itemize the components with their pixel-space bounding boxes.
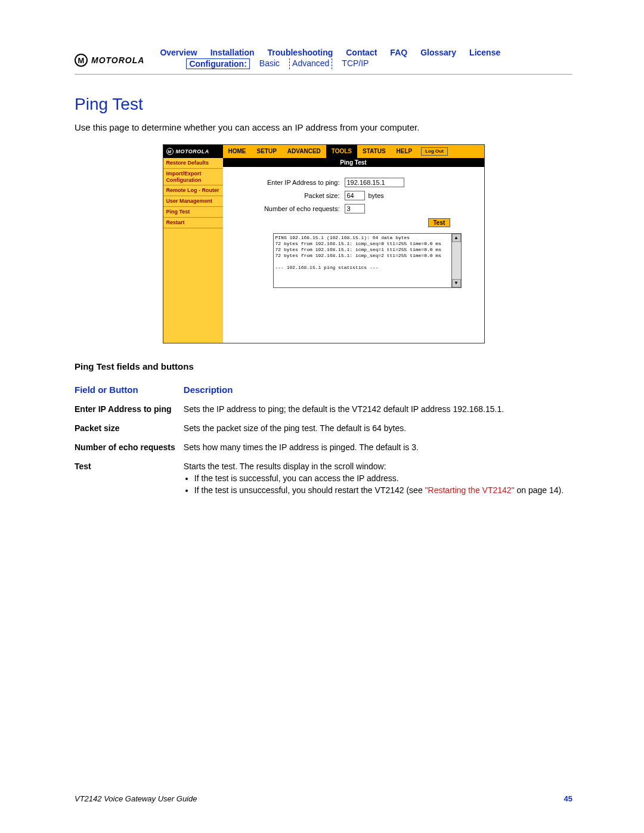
scrollbar[interactable]: ▲ ▼ — [452, 233, 462, 288]
col-field: Field or Button — [75, 381, 184, 401]
nav-primary: Overview Installation Troubleshooting Co… — [160, 48, 572, 57]
scroll-down-icon[interactable]: ▼ — [452, 279, 461, 287]
motorola-icon: M — [75, 54, 88, 67]
nav-tcpip[interactable]: TCP/IP — [342, 58, 369, 69]
field-name: Number of echo requests — [75, 439, 184, 458]
router-sidebar: Restore Defaults Import/Export Configura… — [163, 158, 223, 343]
table-row: Number of echo requests Sets how many ti… — [75, 439, 572, 458]
scroll-up-icon[interactable]: ▲ — [452, 234, 461, 242]
field-desc: Sets the IP address to ping; the default… — [184, 401, 572, 420]
sidebar-item-import-export[interactable]: Import/Export Configuration — [163, 169, 223, 186]
nav-glossary[interactable]: Glossary — [420, 48, 456, 57]
sidebar-item-ping-test[interactable]: Ping Test — [163, 207, 223, 218]
tab-status[interactable]: STATUS — [357, 145, 391, 158]
tab-tools[interactable]: TOOLS — [326, 145, 357, 158]
sidebar-item-restore-defaults[interactable]: Restore Defaults — [163, 158, 223, 169]
fields-table: Field or Button Description Enter IP Add… — [75, 381, 572, 503]
tab-setup[interactable]: SETUP — [252, 145, 282, 158]
router-banner: Ping Test — [223, 158, 484, 167]
nav-license[interactable]: License — [469, 48, 500, 57]
tab-home[interactable]: HOME — [223, 145, 252, 158]
section-heading: Ping Test fields and buttons — [75, 361, 572, 371]
field-name: Enter IP Address to ping — [75, 401, 184, 420]
nav-advanced[interactable]: Advanced — [289, 58, 332, 69]
col-description: Description — [184, 381, 572, 401]
field-desc: Sets how many times the IP address is pi… — [184, 439, 572, 458]
packet-size-label: Packet size: — [231, 192, 345, 199]
nav-configuration-label: Configuration: — [186, 58, 249, 69]
router-screenshot: M MOTOROLA HOME SETUP ADVANCED TOOLS STA… — [163, 144, 485, 343]
field-name: Test — [75, 458, 184, 503]
intro-text: Use this page to determine whether you c… — [75, 122, 572, 132]
sidebar-item-restart[interactable]: Restart — [163, 218, 223, 228]
echo-requests-input[interactable] — [345, 204, 365, 213]
restart-reference-link[interactable]: "Restarting the VT2142" — [425, 485, 515, 495]
table-row: Packet size Sets the packet size of the … — [75, 420, 572, 439]
packet-size-input[interactable] — [345, 191, 365, 200]
test-bullet-fail: If the test is unsuccessful, you should … — [194, 485, 564, 495]
brand-logo: M MOTOROLA — [75, 54, 144, 67]
field-desc: Starts the test. The results display in … — [184, 458, 572, 503]
nav-basic[interactable]: Basic — [259, 58, 280, 69]
nav-faq[interactable]: FAQ — [390, 48, 407, 57]
bytes-label: bytes — [369, 192, 384, 199]
field-desc: Sets the packet size of the ping test. T… — [184, 420, 572, 439]
nav-contact[interactable]: Contact — [346, 48, 377, 57]
sidebar-item-user-management[interactable]: User Management — [163, 196, 223, 207]
motorola-icon: M — [166, 148, 174, 155]
logout-button[interactable]: Log Out — [421, 147, 448, 156]
table-row: Test Starts the test. The results displa… — [75, 458, 572, 503]
field-name: Packet size — [75, 420, 184, 439]
ping-results-output: PING 192.168.15.1 (192.168.15.1): 64 dat… — [273, 233, 452, 288]
test-bullet-success: If the test is successful, you can acces… — [194, 473, 564, 483]
footer-guide-title: VT2142 Voice Gateway User Guide — [75, 794, 197, 803]
nav-installation[interactable]: Installation — [210, 48, 255, 57]
ip-input[interactable] — [345, 178, 404, 187]
page-title: Ping Test — [75, 95, 572, 114]
test-bullet-fail-b: on page 14). — [515, 485, 564, 495]
nav-overview[interactable]: Overview — [160, 48, 197, 57]
footer-page-number: 45 — [564, 794, 572, 803]
router-logo-text: MOTOROLA — [176, 148, 209, 154]
ip-label: Enter IP Address to ping: — [231, 179, 345, 186]
test-bullet-fail-a: If the test is unsuccessful, you should … — [194, 485, 425, 495]
test-button[interactable]: Test — [428, 218, 451, 227]
table-row: Enter IP Address to ping Sets the IP add… — [75, 401, 572, 420]
brand-text: MOTOROLA — [91, 55, 144, 65]
tab-help[interactable]: HELP — [391, 145, 418, 158]
sidebar-item-remote-log[interactable]: Remote Log - Router — [163, 185, 223, 196]
tab-advanced[interactable]: ADVANCED — [282, 145, 326, 158]
nav-secondary: Configuration: Basic Advanced TCP/IP — [186, 58, 572, 69]
nav-troubleshooting[interactable]: Troubleshooting — [268, 48, 333, 57]
test-desc-lead: Starts the test. The results display in … — [184, 462, 386, 471]
router-logo: M MOTOROLA — [163, 145, 223, 158]
echo-requests-label: Number of echo requests: — [231, 205, 345, 212]
